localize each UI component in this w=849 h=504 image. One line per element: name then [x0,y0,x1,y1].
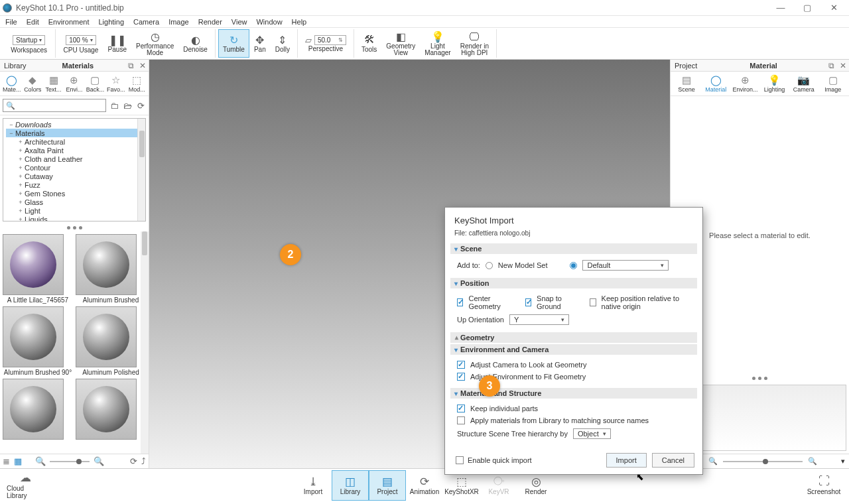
tree-item[interactable]: Fuzz [25,181,40,189]
grid-view-icon[interactable]: ▦ [14,456,22,466]
zoom-in-icon[interactable]: 🔍 [94,456,104,466]
material-tree[interactable]: −Downloads −Materials +Architectural +Ax… [3,118,146,221]
folder-add-icon[interactable]: 🗁 [122,101,133,111]
section-scene[interactable]: ▾Scene [450,243,697,254]
import-button[interactable]: Import [606,453,647,468]
model-set-dropdown[interactable]: Default [582,260,669,271]
material-card[interactable]: Aluminum Polished [76,306,146,376]
perf-mode-button[interactable]: ◷ Performance Mode [131,29,178,58]
denoise-button[interactable]: ◐ Denoise [178,29,212,58]
startup-dropdown[interactable]: Startup [13,35,45,45]
radio-new-model-set[interactable] [486,262,493,269]
focal-input[interactable]: 50.0 [314,35,346,45]
pause-button[interactable]: ❚❚ Pause [103,29,131,58]
structure-dropdown[interactable]: Object [573,428,611,439]
tree-item[interactable]: Cutaway [25,172,53,180]
ptab-camera[interactable]: 📷Camera [791,74,817,93]
material-card[interactable]: Aluminum Brushed 90° [3,306,73,376]
material-card[interactable]: Aluminum Brushed [76,234,146,304]
menu-image[interactable]: Image [168,18,189,26]
menu-environment[interactable]: Environment [48,18,90,26]
close-icon[interactable]: ✕ [826,3,841,13]
undock-icon[interactable]: ⧉ [125,61,137,70]
export-icon[interactable]: ⤴ [141,456,146,466]
ptab-material[interactable]: ◯Material [702,74,729,93]
zoom-in-icon[interactable]: 🔍 [808,457,817,466]
project-button-bottom[interactable]: ▤Project [369,470,406,501]
undock-right-icon[interactable]: ⧉ [826,61,837,70]
refresh-grid-icon[interactable]: ⟳ [130,456,137,466]
tools-button[interactable]: 🛠 Tools [357,29,381,58]
resize-dots-icon[interactable] [0,224,149,231]
filter-icon[interactable]: ▾ [841,457,845,466]
cpu-dropdown[interactable]: 100 % [66,35,96,45]
grid-scrollbar[interactable] [141,231,149,454]
libtab-materials[interactable]: ◯Mate... [3,74,21,93]
dolly-button[interactable]: ⇕ Dolly [271,29,294,58]
tree-item[interactable]: Architectural [25,138,65,146]
chk-adjust-camera[interactable] [457,361,465,369]
render-viewport[interactable]: KeyShot Import File: caffettiera nologo.… [149,60,670,468]
radio-default[interactable] [570,262,577,269]
zoom-out-icon[interactable]: 🔍 [708,457,718,466]
menu-help[interactable]: Help [292,18,307,26]
menu-camera[interactable]: Camera [133,18,159,26]
libtab-models[interactable]: ⬚Mod... [128,74,145,93]
menu-window[interactable]: Window [256,18,282,26]
tree-scrollbar[interactable] [137,119,145,221]
light-manager-button[interactable]: 💡 Light Manager [420,29,455,58]
chk-keep-position[interactable] [590,298,596,306]
refresh-icon[interactable]: ⟳ [135,101,146,111]
menu-view[interactable]: View [231,18,247,26]
tree-item[interactable]: Light [25,207,40,215]
chk-keep-parts[interactable] [457,405,465,412]
tree-materials[interactable]: Materials [15,129,45,137]
libtab-backplates[interactable]: ▢Back... [86,74,103,93]
libtab-environments[interactable]: ⊕Envi... [66,74,83,93]
tree-item[interactable]: Glass [25,198,43,206]
libtab-colors[interactable]: ◆Colors [24,74,41,93]
zoom-out-icon[interactable]: 🔍 [35,456,46,466]
geometry-view-button[interactable]: ◧ Geometry View [381,29,420,58]
material-tab[interactable]: Material [746,62,781,70]
perspective-button[interactable]: ▱ 50.0 Perspective [300,29,351,58]
section-geometry[interactable]: ▸Geometry [450,332,697,343]
project-tab[interactable]: Project [671,62,701,70]
material-card[interactable]: A Little Lilac_745657 [3,234,73,304]
menu-edit[interactable]: Edit [27,18,39,26]
cancel-button[interactable]: Cancel [652,453,694,468]
search-input[interactable] [3,99,106,112]
ptab-image[interactable]: ▢Image [820,74,846,93]
tree-item[interactable]: Cloth and Leather [25,155,82,163]
cloud-library-button[interactable]: ☁Cloud Library [7,470,44,501]
ptab-scene[interactable]: ▤Scene [673,74,700,93]
menu-lighting[interactable]: Lighting [98,18,124,26]
material-card[interactable] [3,379,73,441]
close-right-icon[interactable]: ✕ [837,61,849,70]
chk-quick-import[interactable] [456,456,464,464]
pan-button[interactable]: ✥ Pan [249,29,271,58]
minimize-icon[interactable]: — [773,3,788,13]
tumble-button[interactable]: ↻ Tumble [218,29,249,58]
chk-adjust-env[interactable] [457,373,465,381]
section-envcam[interactable]: ▾Environment and Camera [450,344,697,355]
close-panel-icon[interactable]: ✕ [137,61,149,70]
materials-tab[interactable]: Materials [58,62,98,70]
chk-snap-ground[interactable] [525,298,531,306]
material-card[interactable] [76,379,146,441]
zoom-slider[interactable] [50,461,90,462]
ptab-lighting[interactable]: 💡Lighting [761,74,788,93]
list-view-icon[interactable]: ≣ [3,456,10,466]
chk-apply-library[interactable] [457,416,465,424]
library-button-bottom[interactable]: ◫Library [332,470,369,501]
up-orientation-dropdown[interactable]: Y [509,314,569,325]
ptab-environment[interactable]: ⊕Environ... [732,74,758,93]
tree-downloads[interactable]: Downloads [15,121,51,129]
libtab-favorites[interactable]: ☆Favo... [107,74,125,93]
animation-button[interactable]: ⟳Animation [406,470,443,501]
workspaces-button[interactable]: Startup Workspaces [5,29,52,58]
render-hdpi-button[interactable]: 🖵 Render in High DPI [456,29,493,58]
folder-icon[interactable]: 🗀 [109,101,119,111]
tree-item[interactable]: Contour [25,164,50,172]
libtab-textures[interactable]: ▦Text... [45,74,62,93]
